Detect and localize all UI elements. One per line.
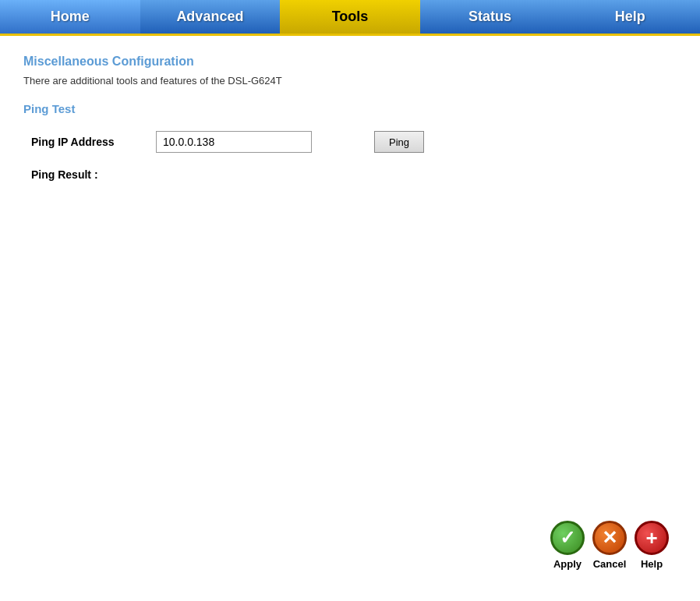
subsection-title: Ping Test bbox=[23, 102, 677, 115]
ping-result-label: Ping Result : bbox=[31, 168, 98, 181]
apply-button[interactable]: ✓ Apply bbox=[550, 521, 585, 570]
ping-ip-input[interactable] bbox=[156, 131, 312, 153]
apply-icon: ✓ bbox=[550, 521, 585, 555]
nav-bar: Home Advanced Tools Status Help bbox=[0, 0, 700, 36]
nav-tools[interactable]: Tools bbox=[280, 0, 420, 34]
nav-home[interactable]: Home bbox=[0, 0, 140, 34]
help-label: Help bbox=[641, 558, 663, 570]
nav-help[interactable]: Help bbox=[560, 0, 700, 34]
ping-button[interactable]: Ping bbox=[374, 131, 424, 153]
help-icon: + bbox=[635, 521, 669, 555]
ping-ip-row: Ping IP Address Ping bbox=[23, 131, 677, 153]
nav-advanced[interactable]: Advanced bbox=[140, 0, 281, 34]
ping-ip-label: Ping IP Address bbox=[31, 136, 156, 148]
section-desc: There are additional tools and features … bbox=[23, 75, 677, 87]
help-button[interactable]: + Help bbox=[635, 521, 669, 570]
cancel-button[interactable]: ✕ Cancel bbox=[592, 521, 627, 570]
cancel-label: Cancel bbox=[593, 558, 627, 570]
cancel-icon: ✕ bbox=[592, 521, 627, 555]
nav-status[interactable]: Status bbox=[420, 0, 560, 34]
section-title: Miscellaneous Configuration bbox=[23, 55, 677, 69]
ping-result-row: Ping Result : bbox=[23, 168, 677, 181]
apply-label: Apply bbox=[553, 558, 582, 570]
bottom-actions: ✓ Apply ✕ Cancel + Help bbox=[550, 521, 669, 570]
main-content: Miscellaneous Configuration There are ad… bbox=[0, 36, 700, 207]
